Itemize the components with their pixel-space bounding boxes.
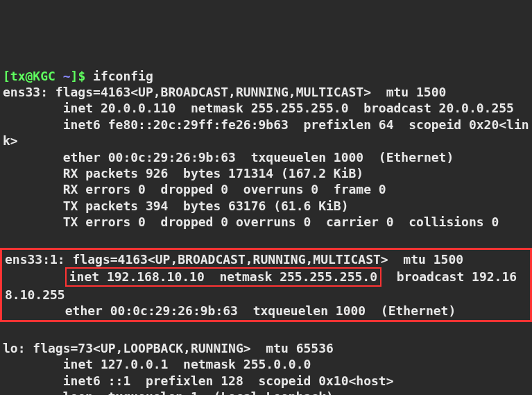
ens33-1-inet-prefix	[5, 269, 65, 284]
lo-inet6: inet6 ::1 prefixlen 128 scopeid 0x10<hos…	[3, 373, 394, 388]
lo-inet: inet 127.0.0.1 netmask 255.0.0.0	[3, 357, 311, 371]
highlight-annotation-inner: inet 192.168.10.10 netmask 255.255.255.0	[65, 267, 381, 286]
prompt-userhost: tx@KGC	[10, 69, 55, 83]
lo-loop: loop txqueuelen 1 (Local Loopback)	[3, 389, 334, 395]
command-text: ifconfig	[93, 69, 153, 83]
terminal-output: [tx@KGC ~]$ ifconfig ens33: flags=4163<U…	[3, 68, 529, 395]
ens33-tx-packets: TX packets 394 bytes 63176 (61.6 KiB)	[3, 199, 349, 213]
ens33-inet6: inet6 fe80::20c:29ff:fe26:9b63 prefixlen…	[3, 117, 529, 148]
ens33-inet: inet 20.0.0.110 netmask 255.255.255.0 br…	[3, 101, 514, 115]
ens33-1-ether: ether 00:0c:29:26:9b:63 txqueuelen 1000 …	[5, 303, 456, 318]
lo-header: lo: flags=73<UP,LOOPBACK,RUNNING> mtu 65…	[3, 341, 334, 355]
prompt-line: [tx@KGC ~]$ ifconfig	[3, 69, 153, 83]
highlight-annotation-box: ens33:1: flags=4163<UP,BROADCAST,RUNNING…	[0, 248, 532, 323]
ens33-1-inet-boxed: inet 192.168.10.10 netmask 255.255.255.0	[69, 269, 377, 284]
ens33-rx-packets: RX packets 926 bytes 171314 (167.2 KiB)	[3, 166, 363, 180]
prompt-bracket-open: [	[3, 69, 10, 83]
prompt-bracket-close: ]$	[71, 69, 94, 83]
ens33-tx-errors: TX errors 0 dropped 0 overruns 0 carrier…	[3, 215, 499, 229]
ens33-1-header: ens33:1: flags=4163<UP,BROADCAST,RUNNING…	[5, 252, 463, 267]
prompt-path: ~	[55, 69, 71, 83]
ens33-rx-errors: RX errors 0 dropped 0 overruns 0 frame 0	[3, 182, 386, 196]
ens33-ether: ether 00:0c:29:26:9b:63 txqueuelen 1000 …	[3, 150, 454, 165]
ens33-header: ens33: flags=4163<UP,BROADCAST,RUNNING,M…	[3, 85, 446, 99]
